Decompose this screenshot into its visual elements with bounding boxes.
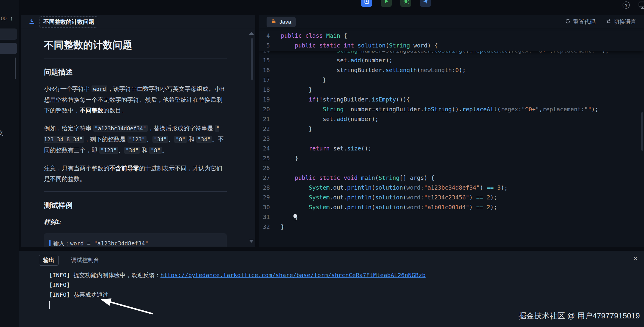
code-text: System.out.println(solution(word:"a123bc… — [281, 183, 508, 193]
line-number[interactable]: 23 — [259, 134, 281, 144]
code-lines: 15 set.add(number);16 stringBuilder.setL… — [259, 55, 644, 232]
code-line-22[interactable]: 22 } — [259, 124, 644, 134]
sticky-code-lines: 4public class Main {5 public static int … — [259, 31, 644, 51]
quickfix-lightbulb-icon[interactable] — [292, 214, 298, 220]
line-number[interactable]: 26 — [259, 163, 281, 173]
code-line-16[interactable]: 16 stringBuilder.setLength(newLength:0); — [259, 65, 644, 75]
code-line-18[interactable]: 18 } — [259, 85, 644, 95]
text-segment: 不同整数 — [80, 107, 103, 114]
text-segment: "34" — [124, 147, 140, 154]
close-console-icon[interactable]: × — [633, 255, 637, 262]
line-number[interactable]: 24 — [259, 144, 281, 153]
run-button[interactable] — [381, 0, 392, 7]
problem-paragraph: 例如，给定字符串 "a123bc34d8ef34"，替换后形成的字符串是 " 1… — [44, 123, 227, 156]
rail-list-item[interactable] — [0, 28, 17, 40]
left-rail: 00 ↑ 文 — [0, 0, 19, 327]
code-line-27[interactable]: 27 public static void main(String[] args… — [259, 173, 644, 183]
switch-language-label: 切换语言 — [614, 18, 636, 26]
divider — [44, 191, 227, 192]
text-segment: 、 — [118, 147, 124, 153]
line-number[interactable]: 25 — [259, 153, 281, 163]
line-number[interactable]: 5 — [259, 41, 281, 50]
line-number[interactable]: 16 — [259, 65, 281, 75]
problem-content: 不同整数的计数问题 问题描述 小R有一个字符串 word，该字符串由数字和小写英… — [21, 29, 255, 247]
sample1-label: 样例1: — [44, 217, 227, 227]
code-line-4[interactable]: 4public class Main { — [259, 31, 644, 41]
code-line-28[interactable]: 28 System.out.println(solution(word:"a12… — [259, 183, 644, 193]
code-line-25[interactable]: 25 } — [259, 153, 644, 163]
line-number[interactable]: 20 — [259, 104, 281, 114]
editor-scrollbar[interactable] — [641, 112, 643, 151]
code-line-30[interactable]: 30 System.out.println(solution(word:"a1b… — [259, 202, 644, 212]
line-number[interactable]: 30 — [259, 202, 281, 212]
tab-output[interactable]: 输出 — [39, 255, 59, 266]
code-line-21[interactable]: 21 set.add(number); — [259, 114, 644, 124]
help-button[interactable]: ? — [623, 1, 630, 9]
submit-button[interactable] — [420, 0, 431, 7]
line-number[interactable]: 15 — [259, 55, 281, 65]
line-number[interactable]: 17 — [259, 75, 281, 85]
code-text: System.out.println(solution(word:"a1b01c… — [281, 202, 497, 212]
rail-scrollbar[interactable] — [15, 58, 16, 79]
line-number[interactable]: 27 — [259, 173, 281, 183]
code-line-24[interactable]: 24 return set.size(); — [259, 144, 644, 153]
code-line-5[interactable]: 5 public static int solution(String word… — [259, 41, 644, 50]
save-button[interactable] — [361, 0, 372, 7]
watermark: 掘金技术社区 @ 用户47977915019 — [519, 311, 640, 321]
code-line-15[interactable]: 15 set.add(number); — [259, 55, 644, 65]
switch-language-button[interactable]: 切换语言 — [606, 18, 636, 26]
line-number[interactable]: 21 — [259, 114, 281, 124]
scrollbar-down-arrow[interactable] — [249, 240, 254, 243]
line-number[interactable]: 29 — [259, 193, 281, 202]
reset-code-label: 重置代码 — [573, 18, 596, 26]
code-line-19[interactable]: 19 if(!stringBuilder.isEmpty()){ — [259, 95, 644, 104]
problem-scrollbar[interactable] — [251, 38, 253, 80]
rail-list-item-selected[interactable] — [0, 43, 17, 54]
display-icon[interactable] — [637, 1, 644, 9]
code-line-20[interactable]: 20 String number=stringBuilder.toString(… — [259, 104, 644, 114]
code-line-17[interactable]: 17 } — [259, 75, 644, 85]
text-segment: 不含前导零 — [109, 165, 139, 172]
problem-paragraph: 小R有一个字符串 word，该字符串由数字和小写英文字母组成。小R想用空格替换每… — [44, 83, 227, 116]
console-log-line: [INFO] — [49, 280, 644, 290]
main-area: ? 不同整数的计数问题 不同整数的计数问题 问题描述 小R有一个字符串 word… — [19, 0, 644, 327]
code-line-26[interactable]: 26 — [259, 163, 644, 173]
debug-button[interactable] — [400, 0, 411, 7]
toolbar-button-group — [361, 0, 431, 7]
switch-arrows-icon — [606, 18, 611, 26]
samples-heading: 测试样例 — [44, 200, 227, 211]
console-log-link[interactable]: https://bytedance.larkoffice.com/share/b… — [160, 272, 426, 279]
line-number[interactable]: 28 — [259, 183, 281, 193]
rail-count-label: 00 — [1, 16, 7, 22]
editor-header: Java 重置代码 切换语言 — [259, 15, 644, 29]
text-segment: ，剩下的整数是 — [84, 136, 127, 142]
reset-code-button[interactable]: 重置代码 — [565, 18, 596, 26]
clipped-code-line: 14 String number=stringBuilder.toString(… — [259, 51, 644, 55]
download-icon[interactable] — [29, 18, 35, 26]
scrollbar-up-arrow[interactable] — [249, 32, 254, 35]
code-line-29[interactable]: 29 System.out.println(solution(word:"t12… — [259, 193, 644, 202]
tab-debug-console[interactable]: 调试控制台 — [71, 256, 99, 264]
line-number[interactable]: 18 — [259, 85, 281, 95]
language-tab-java[interactable]: Java — [267, 17, 296, 27]
line-number[interactable]: 32 — [259, 222, 281, 232]
code-line-23[interactable]: 23 — [259, 134, 644, 144]
code-line-31[interactable]: 31 } — [259, 212, 644, 222]
code-text: } — [281, 222, 284, 232]
code-text: } — [281, 85, 312, 95]
text-segment: 和 — [140, 147, 149, 153]
problem-title-chip[interactable]: 不同整数的计数问题 — [39, 16, 98, 28]
text-segment: 例如，给定字符串 — [44, 125, 93, 131]
line-number[interactable]: 19 — [259, 95, 281, 104]
line-number[interactable]: 31 — [259, 212, 281, 222]
problem-panel: 不同整数的计数问题 不同整数的计数问题 问题描述 小R有一个字符串 word，该… — [21, 15, 255, 247]
language-tab-label: Java — [279, 19, 291, 25]
line-number[interactable]: 22 — [259, 124, 281, 134]
scroll-up-icon[interactable]: ↑ — [10, 15, 13, 22]
code-editor[interactable]: 4public class Main {5 public static int … — [259, 29, 644, 247]
code-line-32[interactable]: 32} — [259, 222, 644, 232]
code-line-14[interactable]: 14 String number=stringBuilder.toString(… — [259, 51, 644, 55]
java-coffee-icon — [271, 18, 277, 26]
line-number[interactable]: 4 — [259, 31, 281, 41]
line-number[interactable]: 14 — [259, 51, 281, 55]
